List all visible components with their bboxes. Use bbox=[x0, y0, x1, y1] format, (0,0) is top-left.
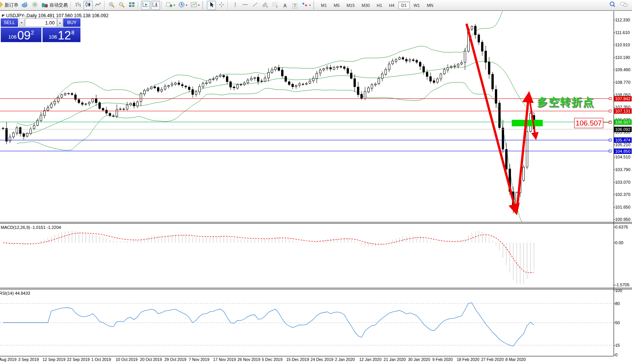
sell-price[interactable]: 106 09 2 bbox=[1, 28, 41, 42]
candle-body bbox=[120, 109, 121, 109]
candle-body bbox=[99, 103, 101, 108]
axis-tick bbox=[614, 95, 615, 95]
trendline-button[interactable] bbox=[251, 1, 260, 10]
price-chart-plot[interactable] bbox=[0, 11, 614, 222]
chat-icon[interactable] bbox=[620, 1, 628, 9]
volume-input[interactable] bbox=[25, 18, 57, 27]
line-chart-icon bbox=[95, 2, 102, 9]
panel-splitter[interactable] bbox=[0, 222, 632, 224]
timeframe-H4[interactable]: H4 bbox=[386, 2, 398, 9]
zoom-in-button[interactable] bbox=[107, 1, 116, 10]
buy-button[interactable]: BUY bbox=[63, 18, 80, 27]
indicators-button[interactable]: ▾ bbox=[165, 1, 176, 10]
date-label: 22 Sep 2019 bbox=[67, 357, 90, 362]
volume-increase-button[interactable]: ▲ bbox=[57, 18, 63, 27]
date-label: 9 Feb 2020 bbox=[432, 357, 453, 362]
candle-body bbox=[37, 121, 39, 126]
timeframe-M1[interactable]: M1 bbox=[318, 2, 330, 9]
equidistant-channel-button[interactable]: E bbox=[260, 1, 270, 10]
candle-body bbox=[209, 80, 211, 83]
auto-trading-button[interactable]: 自动交易 bbox=[40, 1, 69, 10]
timeframe-M5[interactable]: M5 bbox=[331, 2, 342, 9]
trend-arrow-down[interactable] bbox=[467, 24, 516, 210]
candle-body bbox=[102, 108, 104, 110]
level-line-handle[interactable] bbox=[609, 110, 611, 112]
volume-decrease-button[interactable]: ▼ bbox=[19, 18, 25, 27]
candle-body bbox=[275, 67, 277, 70]
toolbar-grip[interactable] bbox=[313, 2, 316, 9]
chart-shift-button[interactable] bbox=[151, 1, 160, 10]
candle-body bbox=[326, 68, 328, 69]
buy-price[interactable]: 106 12 8 bbox=[43, 28, 80, 42]
candlestick-chart-button[interactable] bbox=[84, 1, 93, 10]
candle-body bbox=[106, 110, 108, 113]
level-line-handle[interactable] bbox=[609, 139, 611, 141]
search-icon[interactable] bbox=[609, 1, 616, 9]
mql5-community-button[interactable] bbox=[20, 1, 29, 10]
timeframe-W1[interactable]: W1 bbox=[411, 2, 423, 9]
new-order-button[interactable]: 新订单 bbox=[0, 1, 20, 10]
candle-body bbox=[378, 78, 380, 84]
candle-body bbox=[109, 113, 111, 115]
candle-body bbox=[123, 109, 125, 109]
cursor-icon bbox=[208, 2, 215, 9]
line-chart-button[interactable] bbox=[93, 1, 103, 10]
axis-label: 0 bbox=[615, 353, 617, 357]
sell-price-prefix: 106 bbox=[8, 34, 17, 40]
timeframe-MN[interactable]: MN bbox=[424, 2, 436, 9]
macd-indicator-plot[interactable] bbox=[0, 224, 614, 288]
date-axis[interactable]: 25 Aug 20193 Sep 201912 Sep 201922 Sep 2… bbox=[0, 357, 632, 364]
templates-button[interactable]: ▾ bbox=[189, 1, 201, 10]
text-button[interactable]: A bbox=[280, 1, 290, 10]
level-line-handle[interactable] bbox=[609, 150, 611, 152]
timeframe-M15[interactable]: M15 bbox=[344, 2, 358, 9]
date-label: 17 Nov 2019 bbox=[213, 357, 236, 362]
candle-body bbox=[399, 58, 401, 59]
bollinger-lower-band bbox=[17, 82, 534, 222]
axis-label: 112.330 bbox=[615, 18, 630, 22]
candle-body bbox=[23, 134, 25, 137]
periods-icon bbox=[178, 2, 185, 9]
periods-button[interactable]: ▾ bbox=[177, 1, 188, 10]
turning-point-note[interactable]: 多空转折点 bbox=[537, 95, 594, 109]
candle-body bbox=[161, 90, 163, 91]
candle-body bbox=[371, 85, 373, 88]
zoom-out-button[interactable] bbox=[117, 1, 126, 10]
horizontal-line-button[interactable] bbox=[241, 1, 250, 10]
rsi-indicator-plot[interactable] bbox=[0, 289, 614, 356]
candle-body bbox=[299, 84, 301, 85]
date-label: 10 Oct 2019 bbox=[116, 357, 138, 362]
timeframe-M30[interactable]: M30 bbox=[359, 2, 373, 9]
new-order-label: 新订单 bbox=[5, 2, 18, 8]
timeframe-H1[interactable]: H1 bbox=[373, 2, 385, 9]
tile-windows-button[interactable] bbox=[127, 1, 136, 10]
candle-body bbox=[471, 26, 473, 29]
cursor-button[interactable] bbox=[207, 1, 216, 10]
auto-scroll-button[interactable] bbox=[141, 1, 150, 10]
sell-button[interactable]: SELL bbox=[1, 18, 18, 27]
candle-body bbox=[350, 73, 352, 78]
candle-body bbox=[202, 83, 204, 87]
candle-body bbox=[423, 67, 425, 72]
arrows-button[interactable]: ▾ bbox=[300, 1, 312, 10]
candle-body bbox=[495, 90, 497, 103]
vertical-line-button[interactable] bbox=[231, 1, 240, 10]
fibonacci-button[interactable]: F bbox=[270, 1, 280, 10]
price-callout-box[interactable]: 106.507 bbox=[574, 118, 603, 128]
level-line-handle[interactable] bbox=[609, 98, 611, 100]
toolbar-grip[interactable] bbox=[202, 2, 205, 9]
candle-body bbox=[57, 98, 59, 102]
text-label-button[interactable]: T bbox=[290, 1, 300, 10]
candle-body bbox=[61, 95, 63, 98]
bar-chart-button[interactable] bbox=[74, 1, 83, 10]
axis-tick bbox=[614, 207, 615, 207]
timeframe-D1[interactable]: D1 bbox=[398, 2, 410, 9]
callout-handle[interactable] bbox=[609, 121, 611, 124]
news-signals-button[interactable] bbox=[30, 1, 39, 10]
candle-body bbox=[78, 100, 80, 103]
crosshair-button[interactable] bbox=[217, 1, 226, 10]
candle-body bbox=[240, 85, 242, 85]
candle-body bbox=[385, 70, 387, 75]
rsi-label: RSI(14) 44.8433 bbox=[0, 291, 30, 295]
candle-body bbox=[368, 88, 370, 92]
